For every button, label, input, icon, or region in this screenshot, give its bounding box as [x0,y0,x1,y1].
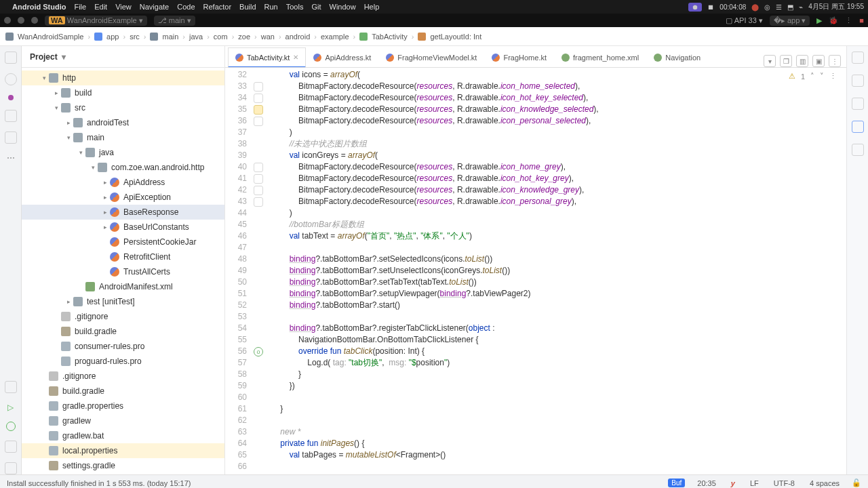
logcat-tool-icon[interactable] [5,441,17,453]
editor-more-icon[interactable]: ⋮ [829,55,841,67]
crumb[interactable]: getLayoutId: Int [430,33,481,41]
vcs-dot-icon[interactable] [8,95,14,100]
gradle-icon[interactable] [852,75,864,87]
tree-row[interactable]: gradlew.bat [22,428,224,443]
readonly-icon[interactable]: 🔓 [852,479,861,487]
menu-file[interactable]: File [74,3,86,11]
project-tab[interactable]: Project▾ [22,46,224,68]
window-max-icon[interactable] [31,17,38,24]
tree-row[interactable]: ▸test [unitTest] [22,294,224,309]
editor-tab[interactable]: fragment_home.xml [554,47,646,67]
run-config[interactable]: �▸ app ▾ [770,16,810,26]
tree-row[interactable]: TrustAllCerts [22,264,224,279]
device-manager-icon[interactable] [852,121,864,133]
close-icon[interactable]: ✕ [293,54,298,61]
screen-record-icon[interactable]: ⏺ [688,3,702,12]
notifications-icon[interactable] [852,52,864,64]
tree-row[interactable]: consumer-rules.pro [22,339,224,354]
tree-row[interactable]: ▾com.zoe.wan.android.http [22,160,224,175]
menu-run[interactable]: Run [264,3,278,11]
tree-row[interactable]: .gitignore [22,309,224,324]
line-separator[interactable]: LF [747,479,762,487]
prev-problem-icon[interactable]: ˄ [810,72,814,81]
tree-row[interactable]: RetrofitClient [22,249,224,264]
stop-icon[interactable]: ⏹ [707,3,714,11]
editor-preview-icon[interactable]: ▣ [812,55,825,67]
tree-row[interactable]: build.gradle [22,324,224,339]
tree-row[interactable]: ▸build [22,85,224,100]
window-min-icon[interactable] [18,17,24,24]
tree-row[interactable]: settings.gradle [22,458,224,473]
menu-window[interactable]: Window [330,3,356,11]
terminal-tool-icon[interactable] [5,381,17,393]
inspection-more-icon[interactable]: ⋮ [829,72,837,81]
tree-row[interactable]: PersistentCookieJar [22,235,224,249]
tray-icon[interactable]: ☰ [776,3,782,11]
build-tool-icon[interactable] [5,462,17,474]
tree-row[interactable]: ▾main [22,130,224,145]
stop-run-icon[interactable]: ■ [859,16,864,24]
youdao-icon[interactable]: y [728,479,738,487]
editor-tab[interactable]: FragHome.kt [484,47,554,67]
tree-row[interactable]: local.properties [22,443,224,458]
more-tool-icon[interactable]: ⋯ [7,153,15,163]
tree-row[interactable]: ▸ApiAddress [22,175,224,190]
crumb[interactable]: zoe [238,33,250,41]
tree-row[interactable]: ▾http [22,70,224,85]
crumb[interactable]: app [106,33,119,41]
more-icon[interactable]: ⋮ [845,16,852,25]
tray-icon-3[interactable]: ⌁ [799,3,803,11]
crumb[interactable]: android [285,33,311,41]
menu-help[interactable]: Help [364,3,380,11]
menu-refactor[interactable]: Refactor [203,3,232,11]
tree-row[interactable]: ▸ApiException [22,190,224,205]
tree-row[interactable]: gradle.properties [22,399,224,413]
crumb[interactable]: src [130,33,140,41]
indent[interactable]: 4 spaces [807,479,842,487]
next-problem-icon[interactable]: ˅ [820,72,824,81]
buf-badge[interactable]: Buf [668,479,685,487]
crumb[interactable]: java [189,33,203,41]
project-chip[interactable]: WA WanAndroidExample ▾ [45,16,147,26]
menu-view[interactable]: View [115,3,132,11]
crumb[interactable]: example [321,33,349,41]
editor-split-2-icon[interactable]: ▥ [796,55,808,67]
crumb[interactable]: main [162,33,178,41]
editor-tab[interactable]: FragHomeViewModel.kt [378,47,484,67]
device-selector[interactable]: ▢ API 33 ▾ [726,16,763,25]
tree-row[interactable]: build.gradle [22,384,224,399]
editor-tab[interactable]: TabActivity.kt✕ [228,47,306,68]
run-icon[interactable]: ▶ [816,16,822,25]
tree-row[interactable]: ▾java [22,145,224,160]
menu-git[interactable]: Git [311,3,321,11]
tree-row[interactable]: gradlew [22,413,224,428]
project-tool-icon[interactable] [5,52,17,64]
editor-tab[interactable]: ApiAddress.kt [306,47,378,67]
run-tool-icon[interactable]: ▷ [7,403,14,412]
editor-tab[interactable]: Navigation [646,47,708,67]
project-tree[interactable]: ▾http▸build▾src▸androidTest▾main▾java▾co… [22,68,224,474]
profiler-icon[interactable] [852,144,864,156]
debug-icon[interactable]: 🐞 [829,16,838,25]
commit-tool-icon[interactable] [5,73,17,85]
menu-build[interactable]: Build [239,3,256,11]
emulator-icon[interactable] [852,98,864,110]
crumb[interactable]: TabActivity [372,33,408,41]
tree-row[interactable]: AndroidManifest.xml [22,279,224,294]
tree-row[interactable]: ▸BaseUrlConstants [22,220,224,235]
tree-row[interactable]: proguard-rules.pro [22,354,224,369]
crumb[interactable]: wan [261,33,275,41]
tree-row[interactable]: ▸BaseResponse [22,205,224,220]
tree-row[interactable]: ▸androidTest [22,115,224,130]
caret-position[interactable]: 20:35 [694,479,719,487]
editor-split-icon[interactable]: ❒ [780,55,792,67]
inspection-badge[interactable]: ⚠1 ˄ ˅ ⋮ [789,72,837,81]
crumb[interactable]: WanAndroidSample [18,33,83,41]
menu-app[interactable]: Android Studio [12,3,66,11]
menu-edit[interactable]: Edit [94,3,107,11]
menu-code[interactable]: Code [177,3,195,11]
branch-chip[interactable]: ⎇ main ▾ [154,16,195,26]
menu-navigate[interactable]: Navigate [140,3,169,11]
window-close-icon[interactable] [4,17,11,24]
debug-tool-icon[interactable] [6,422,16,431]
